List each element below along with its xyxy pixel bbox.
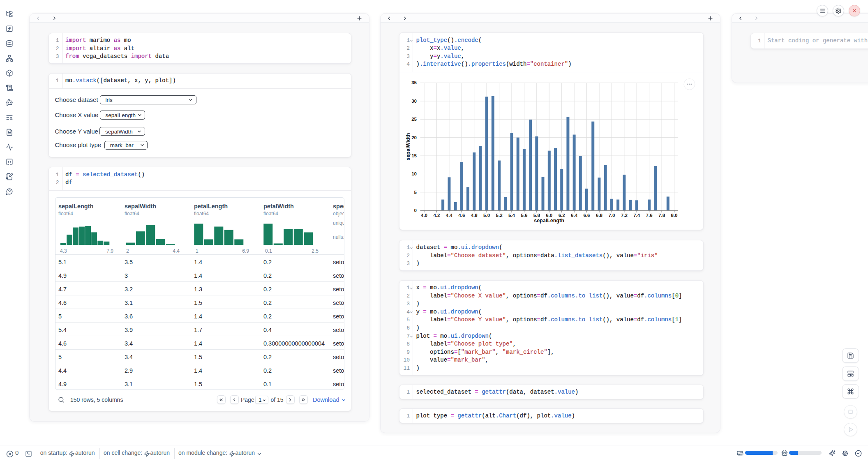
svg-text:35: 35 [411, 81, 417, 85]
svg-text:7.6: 7.6 [646, 213, 653, 218]
svg-text:5.8: 5.8 [533, 213, 540, 218]
svg-text:5.0: 5.0 [483, 213, 490, 218]
svg-text:20: 20 [411, 135, 417, 140]
svg-text:25: 25 [411, 117, 417, 122]
svg-text:6.2: 6.2 [559, 213, 565, 218]
svg-text:5.4: 5.4 [508, 213, 515, 218]
svg-text:5: 5 [414, 190, 417, 195]
svg-text:7.4: 7.4 [633, 213, 640, 218]
svg-text:4.0: 4.0 [421, 213, 427, 218]
svg-text:30: 30 [411, 99, 417, 104]
svg-text:6.4: 6.4 [571, 213, 578, 218]
svg-text:6.0: 6.0 [546, 213, 552, 218]
svg-text:sepalLength: sepalLength [534, 218, 564, 224]
svg-text:4.2: 4.2 [433, 213, 440, 218]
svg-text:6.6: 6.6 [584, 213, 590, 218]
svg-text:sepalWidth: sepalWidth [405, 133, 411, 161]
svg-text:6.8: 6.8 [596, 213, 603, 218]
svg-text:5.2: 5.2 [496, 213, 503, 218]
svg-text:4.6: 4.6 [458, 213, 465, 218]
svg-text:15: 15 [411, 153, 417, 158]
svg-text:0: 0 [414, 208, 417, 213]
svg-text:4.4: 4.4 [446, 213, 453, 218]
svg-text:4.8: 4.8 [471, 213, 478, 218]
svg-text:10: 10 [411, 172, 417, 177]
svg-text:8.0: 8.0 [671, 213, 678, 218]
svg-text:7.8: 7.8 [658, 213, 665, 218]
svg-text:5.6: 5.6 [521, 213, 527, 218]
svg-text:7.0: 7.0 [608, 213, 615, 218]
svg-text:7.2: 7.2 [621, 213, 628, 218]
